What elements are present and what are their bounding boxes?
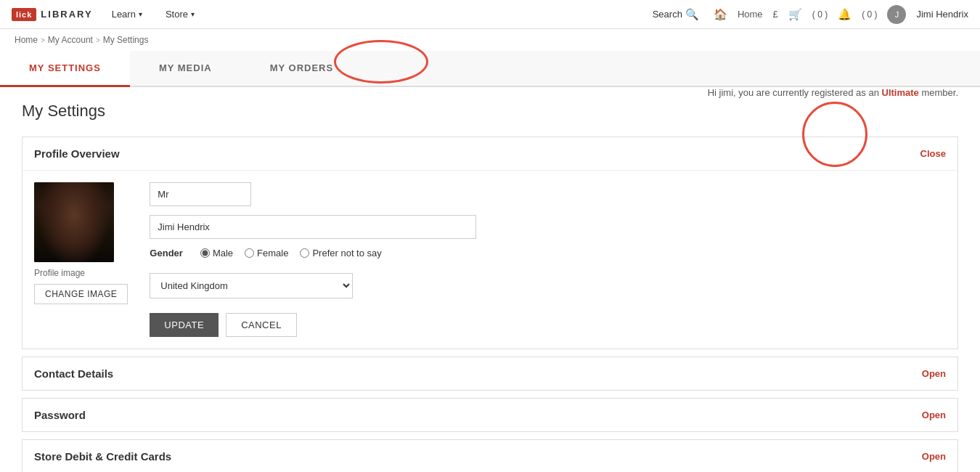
profile-overview-body: Profile image CHANGE IMAGE	[23, 170, 957, 349]
update-button[interactable]: UPDATE	[150, 313, 219, 337]
breadcrumb-sep-1: >	[41, 36, 45, 44]
tab-my-orders[interactable]: MY ORDERS	[241, 51, 363, 87]
fullname-input[interactable]	[150, 215, 476, 239]
breadcrumb-account[interactable]: My Account	[48, 35, 93, 45]
country-select[interactable]: United Kingdom United States Australia C…	[150, 273, 353, 298]
logo[interactable]: lick LIBRARY	[12, 8, 93, 21]
nav-learn[interactable]: Learn ▾	[107, 6, 147, 23]
home-icon[interactable]: 🏠	[714, 8, 727, 21]
breadcrumb-home[interactable]: Home	[15, 35, 38, 45]
currency-icon: £	[773, 9, 778, 20]
site-header: lick LIBRARY Learn ▾ Store ▾ Search 🔍 🏠 …	[0, 0, 980, 29]
notifications-count: ( 0 )	[862, 9, 877, 20]
title-input[interactable]	[150, 182, 251, 206]
avatar: J	[887, 5, 906, 24]
search-icon: 🔍	[685, 8, 699, 21]
store-chevron-icon: ▾	[191, 10, 195, 18]
profile-overview-close-button[interactable]: Close	[920, 148, 946, 159]
gender-row: Gender Male Female Prefer	[150, 248, 946, 259]
cancel-button[interactable]: CANCEL	[226, 313, 297, 337]
store-cards-title: Store Debit & Credit Cards	[34, 450, 171, 463]
form-actions: UPDATE CANCEL	[150, 313, 946, 337]
country-row: United Kingdom United States Australia C…	[150, 267, 946, 298]
user-name[interactable]: Jimi Hendrix	[916, 9, 968, 20]
profile-form-area: Profile image CHANGE IMAGE	[34, 182, 946, 337]
gender-female-option[interactable]: Female	[245, 248, 288, 259]
gender-prefer-not-radio[interactable]	[300, 248, 309, 258]
contact-details-header[interactable]: Contact Details Open	[23, 357, 957, 390]
contact-details-open-button[interactable]: Open	[922, 368, 946, 379]
gender-male-label: Male	[213, 248, 233, 259]
gender-prefer-not-label: Prefer not to say	[312, 248, 381, 259]
nav-store[interactable]: Store ▾	[161, 6, 199, 23]
profile-overview-title: Profile Overview	[34, 147, 120, 160]
store-cards-section: Store Debit & Credit Cards Open	[22, 439, 958, 472]
logo-box: lick	[12, 8, 36, 21]
title-name-row	[150, 182, 946, 206]
contact-details-title: Contact Details	[34, 367, 113, 380]
gender-label: Gender	[150, 248, 183, 259]
nav-store-label: Store	[166, 9, 188, 20]
membership-tier: Ultimate	[882, 87, 919, 98]
profile-overview-header[interactable]: Profile Overview Close	[23, 137, 957, 170]
change-image-button[interactable]: CHANGE IMAGE	[34, 284, 128, 304]
store-cards-open-button[interactable]: Open	[922, 451, 946, 462]
gender-male-option[interactable]: Male	[200, 248, 233, 259]
header-left: lick LIBRARY Learn ▾ Store ▾	[12, 6, 199, 23]
profile-photo	[34, 182, 114, 262]
password-header[interactable]: Password Open	[23, 399, 957, 431]
membership-text-pre: Hi jimi, you are currently registered as…	[708, 87, 882, 98]
learn-chevron-icon: ▾	[139, 10, 142, 18]
page-title: My Settings	[22, 102, 105, 121]
tabs-bar: MY SETTINGS MY MEDIA MY ORDERS	[0, 51, 980, 87]
header-right: Search 🔍 🏠 Home £ 🛒 ( 0 ) 🔔 ( 0 ) J Jimi…	[648, 5, 968, 24]
search-button[interactable]: Search 🔍	[648, 5, 703, 24]
main-content: My Settings Hi jimi, you are currently r…	[0, 87, 980, 472]
breadcrumb: Home > My Account > My Settings	[0, 29, 980, 51]
password-open-button[interactable]: Open	[922, 410, 946, 420]
fullname-row	[150, 215, 946, 239]
gender-female-label: Female	[257, 248, 288, 259]
cart-count: ( 0 )	[812, 9, 828, 20]
cart-icon[interactable]: 🛒	[788, 8, 802, 21]
membership-text-post: member.	[919, 87, 958, 98]
profile-form: Gender Male Female Prefer	[150, 182, 946, 337]
notifications-icon[interactable]: 🔔	[838, 8, 852, 21]
gender-prefer-not-option[interactable]: Prefer not to say	[300, 248, 381, 259]
tab-my-media[interactable]: MY MEDIA	[130, 51, 241, 87]
profile-image-area: Profile image CHANGE IMAGE	[34, 182, 128, 304]
home-label: Home	[738, 9, 763, 20]
logo-text: LIBRARY	[41, 9, 92, 20]
gender-male-radio[interactable]	[200, 248, 210, 258]
nav-learn-label: Learn	[112, 9, 136, 20]
tab-my-settings[interactable]: MY SETTINGS	[0, 51, 130, 87]
store-cards-header[interactable]: Store Debit & Credit Cards Open	[23, 440, 957, 472]
membership-notice: Hi jimi, you are currently registered as…	[708, 87, 958, 98]
profile-image	[34, 182, 114, 262]
breadcrumb-current: My Settings	[103, 35, 149, 45]
contact-details-section: Contact Details Open	[22, 357, 958, 391]
password-section: Password Open	[22, 398, 958, 432]
profile-image-label: Profile image	[34, 268, 128, 278]
password-title: Password	[34, 409, 86, 421]
profile-overview-section: Profile Overview Close Profile image CHA…	[22, 137, 958, 349]
breadcrumb-sep-2: >	[96, 36, 100, 44]
search-label: Search	[653, 9, 682, 20]
gender-female-radio[interactable]	[245, 248, 254, 258]
